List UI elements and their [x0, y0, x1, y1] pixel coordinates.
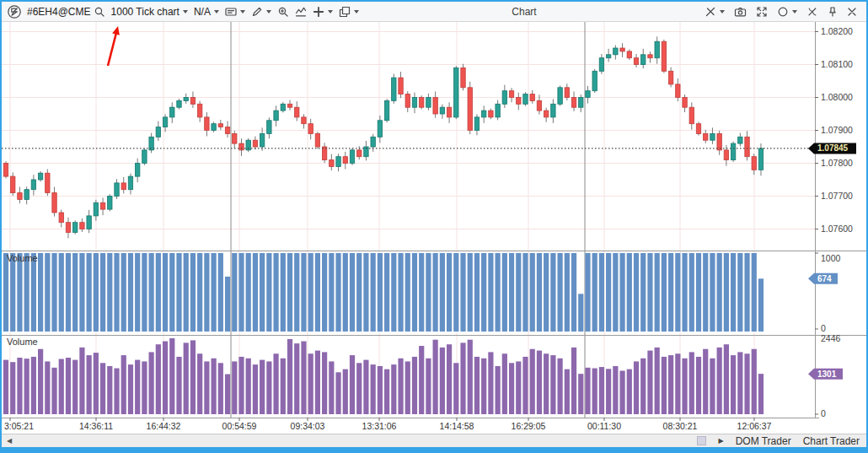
svg-text:1000: 1000	[821, 253, 841, 263]
current-price-badge: 1.07845	[808, 143, 856, 154]
svg-text:09:34:03: 09:34:03	[291, 421, 325, 431]
svg-text:1.08000: 1.08000	[821, 92, 853, 102]
bottom-scrollbar: ◀ ▶ DOM Trader Chart Trader	[2, 434, 866, 447]
svg-text:00:11:30: 00:11:30	[587, 421, 621, 431]
period-selector[interactable]: 1000 Tick chart	[111, 6, 188, 18]
app-logo-icon[interactable]	[8, 5, 21, 19]
volume-tick-current-badge: 674	[808, 273, 838, 284]
window-title: Chart	[512, 6, 536, 18]
chart-style-icon	[295, 6, 307, 18]
pin-icon	[828, 6, 838, 18]
toolbar-right-group	[705, 6, 860, 18]
tab-chart-trader[interactable]: Chart Trader	[803, 435, 860, 447]
svg-text:14:14:58: 14:14:58	[440, 421, 474, 431]
svg-text:00:54:59: 00:54:59	[222, 421, 257, 431]
chart-window: #6EH4@CME 1000 Tick chart N/A	[0, 0, 868, 453]
add-indicator-button[interactable]	[313, 6, 333, 18]
connection-label: N/A	[194, 6, 211, 18]
svg-text:674: 674	[817, 274, 832, 283]
circle-icon	[777, 6, 789, 18]
chevron-down-icon	[354, 10, 359, 13]
period-label: 1000 Tick chart	[111, 6, 179, 18]
chevron-down-icon	[266, 10, 271, 13]
windows-icon	[339, 6, 351, 18]
search-icon	[94, 6, 105, 18]
volume-current-badge: 1301	[808, 369, 843, 380]
close-button[interactable]	[847, 7, 857, 17]
svg-text:2446: 2446	[821, 333, 841, 343]
close-icon	[847, 7, 857, 17]
unlink-icon	[705, 6, 716, 18]
svg-text:0: 0	[821, 408, 826, 418]
chart-canvas[interactable]: VolumeVolume1.082001.081001.080001.07900…	[2, 22, 866, 435]
connection-selector[interactable]: N/A	[194, 6, 219, 18]
link-button[interactable]	[705, 6, 725, 18]
svg-text:16:44:32: 16:44:32	[147, 421, 181, 431]
zoom-in-button[interactable]	[277, 6, 289, 18]
volume-pane-title: Volume	[7, 337, 38, 347]
svg-text:1.07845: 1.07845	[817, 143, 849, 153]
panel-thumb-icon[interactable]	[697, 436, 706, 445]
bottom-tabs: ▶ DOM Trader Chart Trader	[697, 435, 866, 447]
screens-button[interactable]	[225, 6, 245, 18]
chart-toolbar: #6EH4@CME 1000 Tick chart N/A	[2, 2, 866, 22]
chevron-down-icon	[214, 10, 219, 13]
symbol-label: #6EH4@CME	[27, 6, 91, 18]
zoom-in-icon	[277, 6, 289, 18]
color-group-button[interactable]	[777, 6, 797, 18]
svg-text:0: 0	[821, 323, 826, 333]
svg-text:3:05:21: 3:05:21	[4, 421, 34, 431]
tab-dom-trader[interactable]: DOM Trader	[736, 435, 791, 447]
screenshot-button[interactable]	[734, 6, 747, 18]
svg-text:1.07600: 1.07600	[821, 224, 853, 234]
chevron-down-icon	[328, 10, 333, 13]
drawings-button[interactable]	[251, 6, 271, 18]
svg-text:12:06:37: 12:06:37	[737, 421, 772, 431]
pin-button[interactable]	[828, 6, 838, 18]
svg-text:1301: 1301	[817, 369, 837, 379]
svg-text:1.08100: 1.08100	[821, 59, 853, 69]
svg-text:14:36:11: 14:36:11	[79, 421, 113, 431]
svg-text:08:30:21: 08:30:21	[663, 421, 698, 431]
camera-icon	[734, 6, 747, 18]
chevron-down-icon	[183, 10, 188, 13]
svg-text:1.07800: 1.07800	[821, 158, 853, 168]
plus-icon	[313, 6, 324, 18]
tools-icon	[806, 6, 818, 18]
symbol-selector[interactable]: #6EH4@CME	[27, 6, 105, 18]
svg-text:16:29:05: 16:29:05	[512, 421, 546, 431]
chevron-down-icon	[240, 10, 245, 13]
svg-text:1.07900: 1.07900	[821, 125, 853, 135]
pencil-icon	[251, 6, 263, 18]
scroll-right-arrow[interactable]: ▶	[718, 437, 723, 445]
scroll-left-arrow[interactable]: ◀	[2, 437, 12, 445]
svg-text:13:31:06: 13:31:06	[362, 421, 397, 431]
svg-text:1.08200: 1.08200	[821, 26, 853, 36]
settings-button[interactable]	[806, 6, 818, 18]
overlays-button[interactable]	[339, 6, 359, 18]
fullscreen-button[interactable]	[756, 6, 768, 18]
chevron-down-icon	[792, 10, 797, 13]
volume-tick-pane-title: Volume	[7, 253, 38, 263]
chart-style-button[interactable]	[295, 6, 307, 18]
screens-icon	[225, 6, 237, 18]
expand-icon	[756, 6, 768, 18]
chevron-down-icon	[720, 10, 725, 13]
svg-text:1.07700: 1.07700	[821, 191, 853, 201]
